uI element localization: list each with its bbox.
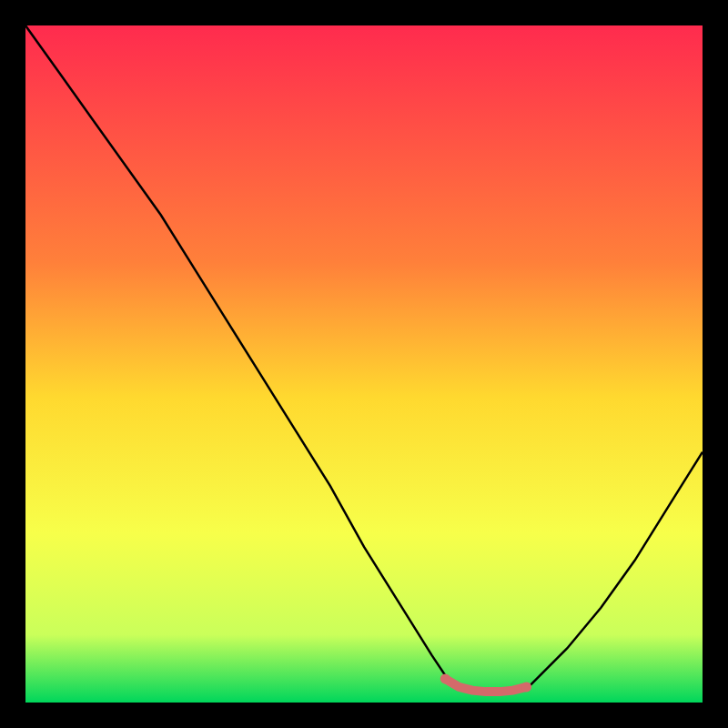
optimal-dot-right [521,682,531,692]
optimal-zone-curve [445,679,526,692]
optimal-dot-left [440,673,450,683]
bottleneck-curve [25,25,703,693]
chart-curves [25,25,703,703]
chart-frame [0,0,728,728]
plot-area [25,25,703,703]
